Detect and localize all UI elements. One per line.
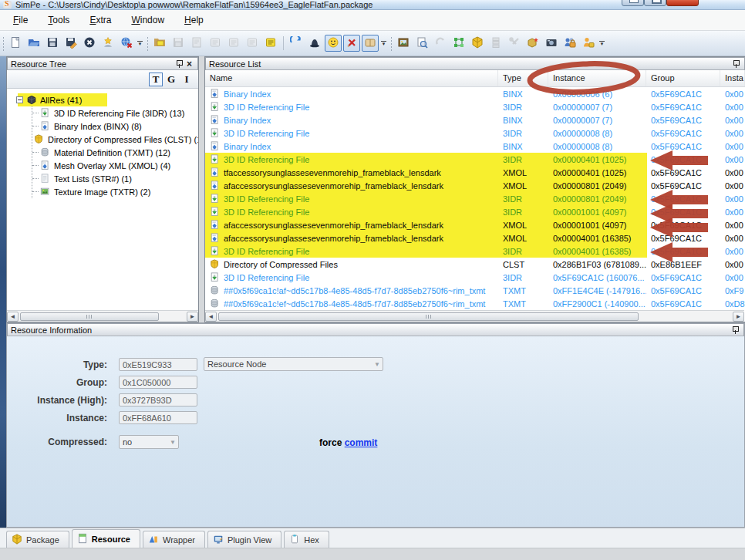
users-lock-button[interactable] [561,35,578,52]
field-input-group[interactable]: 0x1C050000 [119,376,197,389]
tree-item-text[interactable]: Text Lists (STR#) (1) [32,172,198,185]
menu-window[interactable]: Window [124,12,171,28]
field-input-type[interactable]: 0xE519C933 [119,358,197,371]
table-row[interactable]: Binary Index BINX 0x00000006 (6) 0x5F69C… [205,87,745,100]
tree-item-texture[interactable]: Texture Image (TXTR) (2) [32,185,198,198]
field-input-instance-high[interactable]: 0x3727B93D [119,393,197,407]
open-package-button[interactable] [151,35,168,52]
table-row[interactable]: 3D ID Referencing File 3IDR 0x00001001 (… [205,205,745,218]
tools-button[interactable] [506,35,523,52]
table-row[interactable]: 3D ID Referencing File 3IDR 0x00000401 (… [205,153,745,166]
tab-hex[interactable]: Hex [284,531,329,548]
open-file-button[interactable] [25,35,42,52]
repair-toggle[interactable] [343,35,360,52]
smiley-toggle[interactable] [325,35,342,52]
title-bar[interactable]: SimPe - C:\Users\Cindy\Desktop\a powwow\… [0,0,745,10]
table-row[interactable]: 3D ID Referencing File 3IDR 0x5F69CA1C (… [205,271,745,284]
restore-button[interactable] [188,35,205,52]
tree-horizontal-scrollbar[interactable]: ◄ ► [7,310,198,322]
column-header-type[interactable]: Type [498,70,548,86]
column-header-group[interactable]: Group [646,70,720,86]
photo-button[interactable] [543,35,560,52]
scroll-right-icon[interactable]: ► [733,312,744,322]
tree-item-3d[interactable]: 3D ID Referencing File (3IDR) (13) [32,106,198,120]
tab-resource[interactable]: Resource [72,529,140,548]
scroll-right-icon[interactable]: ► [187,312,198,322]
column-header-name[interactable]: Name [205,70,498,86]
table-row[interactable]: Binary Index BINX 0x00000008 (8) 0x5F69C… [205,140,745,153]
tree-item-binary[interactable]: Binary Index (BINX) (8) [32,120,198,133]
notes-yellow-button[interactable] [262,35,279,52]
toolbar-overflow-button[interactable]: ▼ [379,35,388,52]
tab-plugin-view[interactable]: Plugin View [207,531,281,548]
notes-b-button[interactable] [225,35,242,52]
toolbar-overflow-button[interactable]: ▼ [598,35,606,52]
table-row[interactable]: tfaccessorysunglassesevenmorehip_framebl… [205,166,745,179]
toolbar-overflow-button[interactable]: ▼ [136,35,144,52]
hat-button[interactable] [306,35,323,52]
maximize-button[interactable] [644,0,666,6]
preview-button[interactable] [413,35,430,52]
list-button[interactable] [487,35,504,52]
collapse-icon[interactable] [16,96,23,103]
save-as-button[interactable] [62,35,79,52]
tree-item-allres[interactable]: AllRes (41) [7,93,198,106]
swirl-button[interactable] [432,35,449,52]
menu-file[interactable]: File [6,12,35,28]
table-row[interactable]: 3D ID Referencing File 3IDR 0x00000801 (… [205,192,745,205]
tree-item-mesh[interactable]: Mesh Overlay XML (XMOL) (4) [32,159,198,172]
list-horizontal-scrollbar[interactable]: ◄ ► [205,310,744,322]
wizard-button[interactable] [99,35,116,52]
table-row[interactable]: Directory of Compressed Files CLST 0x286… [205,258,745,271]
tree-item-directory[interactable]: Directory of Compressed Files (CLST) (1) [32,133,198,146]
object-workshop-button[interactable] [450,35,467,52]
column-header-insta[interactable]: Insta [720,70,745,86]
scroll-left-icon[interactable]: ◄ [205,312,217,322]
notes-c-button[interactable] [244,35,261,52]
pin-icon[interactable] [174,59,184,69]
table-row[interactable]: afaccessorysunglassesevenmorehip_framebl… [205,179,745,192]
field-input-instance[interactable]: 0xFF68A610 [119,411,197,424]
tab-wrapper[interactable]: Wrapper [143,531,205,548]
save-button[interactable] [44,35,61,52]
menu-tools[interactable]: Tools [41,12,76,28]
type-name-dropdown[interactable]: Resource Node ▼ [204,357,383,371]
tree-item-material[interactable]: Material Definition (TXMT) (12) [32,146,198,159]
tree-view-button-i[interactable]: I [180,73,194,86]
close-button[interactable] [666,0,699,6]
package-button[interactable] [469,35,486,52]
table-row[interactable]: 3D ID Referencing File 3IDR 0x00004001 (… [205,245,745,258]
book-toggle[interactable] [362,35,379,52]
scroll-thumb[interactable] [218,312,639,321]
pin-icon[interactable] [731,59,741,69]
table-row[interactable]: ##0x5f69ca1c!af~dd5c17b8-4e85-48d5-f7d7-… [205,284,745,297]
image-viewer-button[interactable] [395,35,412,52]
package-star-button[interactable] [524,35,541,52]
tree-view-button-g[interactable]: G [164,73,178,86]
compressed-dropdown[interactable]: no ▼ [119,435,179,449]
table-row[interactable]: 3D ID Referencing File 3IDR 0x00000008 (… [205,127,745,140]
menu-extra[interactable]: Extra [83,12,118,28]
commit-link[interactable]: commit [345,437,378,448]
scroll-thumb[interactable] [20,312,159,321]
notes-a-button[interactable] [207,35,224,52]
pin-icon[interactable] [730,325,740,335]
table-row[interactable]: 3D ID Referencing File 3IDR 0x00000007 (… [205,100,745,113]
tree-view-button-t[interactable]: T [149,73,163,86]
menu-help[interactable]: Help [177,12,211,28]
web-disconnect-button[interactable] [118,35,135,52]
tab-package[interactable]: Package [6,531,69,548]
user-lock-button[interactable] [580,35,597,52]
table-row[interactable]: afaccessorysunglassesevenmorehip_framebl… [205,218,745,231]
minimize-button[interactable] [622,0,644,6]
table-row[interactable]: Binary Index BINX 0x00000007 (7) 0x5F69C… [205,113,745,127]
save-package-button[interactable] [170,35,187,52]
column-header-instance[interactable]: Instance [548,70,646,86]
close-panel-icon[interactable]: × [184,59,194,69]
scroll-left-icon[interactable]: ◄ [7,312,19,322]
reload-button[interactable] [288,35,305,52]
table-row[interactable]: afaccessorysunglassesevenmorehip_framebl… [205,231,745,245]
table-row[interactable]: ##0x5f69ca1c!ef~dd5c17b8-4e85-48d5-f7d7-… [205,297,745,310]
close-file-button[interactable] [81,35,98,52]
new-file-button[interactable] [7,35,24,52]
